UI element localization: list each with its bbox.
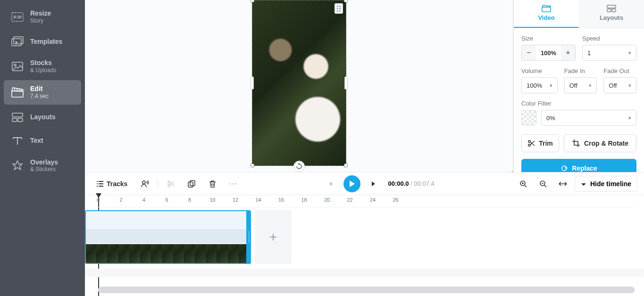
aspect-ratio-icon: 9:16 <box>11 11 24 23</box>
fadein-value: Off <box>569 82 577 89</box>
selected-clip[interactable] <box>252 0 346 166</box>
zoom-out-button[interactable] <box>535 176 551 191</box>
delete-button[interactable] <box>204 176 220 191</box>
play-icon <box>349 180 355 188</box>
clip-trim-handle[interactable] <box>246 211 251 263</box>
fadeout-label: Fade Out <box>603 67 636 74</box>
timeline: 02468101214161820222426 + <box>85 195 644 296</box>
resize-handle[interactable] <box>251 76 254 90</box>
next-frame-button[interactable] <box>366 176 382 191</box>
svg-point-24 <box>233 183 234 184</box>
speed-select[interactable]: 1 ▾ <box>582 45 636 61</box>
play-button[interactable] <box>343 175 360 192</box>
ruler-tick: 8 <box>188 197 191 203</box>
fit-button[interactable] <box>555 176 571 191</box>
tab-video[interactable]: Video <box>514 0 579 28</box>
volume-select[interactable]: 100% ▾ <box>521 77 558 93</box>
sidebar-item-resize[interactable]: 9:16 Resize Story <box>4 5 81 29</box>
ruler-tick: 6 <box>165 197 168 203</box>
resize-handle[interactable] <box>344 0 348 2</box>
duplicate-button[interactable] <box>184 176 200 191</box>
canvas[interactable] <box>85 0 513 172</box>
tab-layouts[interactable]: Layouts <box>579 0 644 28</box>
drag-grip-icon[interactable] <box>335 3 343 14</box>
layouts-icon <box>607 5 616 12</box>
speed-value: 1 <box>587 49 591 57</box>
more-icon <box>229 183 237 185</box>
trim-button[interactable]: Trim <box>521 134 559 152</box>
hide-timeline-button[interactable]: Hide timeline <box>575 176 637 192</box>
annotation-arrow <box>472 141 513 172</box>
voiceover-button[interactable] <box>137 176 153 191</box>
empty-track[interactable] <box>85 269 644 277</box>
svg-rect-22 <box>190 181 195 186</box>
svg-rect-3 <box>14 37 23 44</box>
sidebar-item-edit[interactable]: Edit 7.4 sec <box>4 80 81 104</box>
sidebar-item-sublabel: Story <box>30 17 51 24</box>
timeline-tracks[interactable]: + <box>85 207 644 285</box>
size-decrease[interactable]: − <box>522 45 536 60</box>
timeline-ruler[interactable]: 02468101214161820222426 <box>98 195 635 207</box>
layouts-icon <box>11 111 24 123</box>
ruler-tick: 10 <box>209 197 215 203</box>
sidebar-item-label: Resize <box>30 9 51 17</box>
resize-handle[interactable] <box>251 164 254 167</box>
sidebar-item-sublabel: 7.4 sec <box>30 93 49 99</box>
tab-label: Video <box>538 14 554 21</box>
scrollbar-thumb[interactable] <box>98 287 635 293</box>
resize-handle[interactable] <box>344 164 348 167</box>
svg-rect-14 <box>607 9 611 12</box>
colorfilter-select[interactable]: 0% ▾ <box>541 110 636 126</box>
cut-button[interactable] <box>163 176 179 191</box>
main-area: Video Layouts Size − 100% <box>85 0 644 296</box>
size-increase[interactable]: + <box>561 45 575 60</box>
svg-marker-4 <box>16 41 18 44</box>
timeline-clip[interactable] <box>85 210 251 264</box>
fadeout-select[interactable]: Off ▾ <box>603 77 636 93</box>
zoom-in-icon <box>519 180 527 188</box>
tab-label: Layouts <box>600 14 623 21</box>
chevron-down-icon: ▾ <box>628 82 631 89</box>
svg-point-6 <box>14 64 16 66</box>
ruler-tick: 22 <box>347 197 352 203</box>
sidebar-item-sublabel: & Uploads <box>30 67 56 74</box>
sidebar-item-stocks[interactable]: Stocks & Uploads <box>4 54 81 78</box>
resize-handle[interactable] <box>251 0 254 2</box>
prev-frame-button[interactable] <box>322 176 338 191</box>
sidebar-item-layouts[interactable]: Layouts <box>4 107 81 128</box>
more-button[interactable] <box>225 176 241 191</box>
svg-rect-8 <box>12 113 23 117</box>
tracks-button[interactable]: Tracks <box>92 176 132 191</box>
right-panel: Video Layouts Size − 100% <box>513 0 644 172</box>
sidebar-item-overlays[interactable]: Overlays & Stickers <box>4 154 81 178</box>
sidebar-item-sublabel: & Stickers <box>30 166 58 173</box>
timecode: 00:00.0 / 00:07.4 <box>388 180 434 187</box>
add-clip-button[interactable]: + <box>255 210 292 264</box>
rotate-handle[interactable] <box>293 161 305 172</box>
svg-rect-21 <box>188 182 193 187</box>
crop-rotate-button[interactable]: Crop & Rotate <box>564 134 636 152</box>
sidebar-item-label: Text <box>30 137 43 145</box>
timeline-scrollbar[interactable] <box>98 287 635 293</box>
sidebar-item-label: Templates <box>30 38 62 46</box>
svg-point-20 <box>168 184 170 186</box>
zoom-out-icon <box>539 180 547 188</box>
replace-icon <box>560 164 568 172</box>
sidebar-item-templates[interactable]: Templates <box>4 31 81 52</box>
resize-handle[interactable] <box>344 76 348 90</box>
colorfilter-value: 0% <box>546 115 555 122</box>
ruler-tick: 0 <box>97 197 100 203</box>
scissors-icon <box>527 140 535 147</box>
size-value[interactable]: 100% <box>536 49 561 57</box>
chevron-down-icon: ▾ <box>628 115 631 121</box>
sidebar-item-text[interactable]: Text <box>4 130 81 152</box>
ruler-tick: 16 <box>278 197 284 203</box>
svg-rect-12 <box>542 7 551 12</box>
text-icon <box>11 135 24 147</box>
ruler-tick: 4 <box>142 197 145 203</box>
fadein-select[interactable]: Off ▾ <box>564 77 597 93</box>
colorfilter-swatch[interactable] <box>521 110 536 125</box>
ruler-tick: 26 <box>393 197 398 203</box>
zoom-in-button[interactable] <box>515 176 531 191</box>
ruler-tick: 20 <box>324 197 330 203</box>
